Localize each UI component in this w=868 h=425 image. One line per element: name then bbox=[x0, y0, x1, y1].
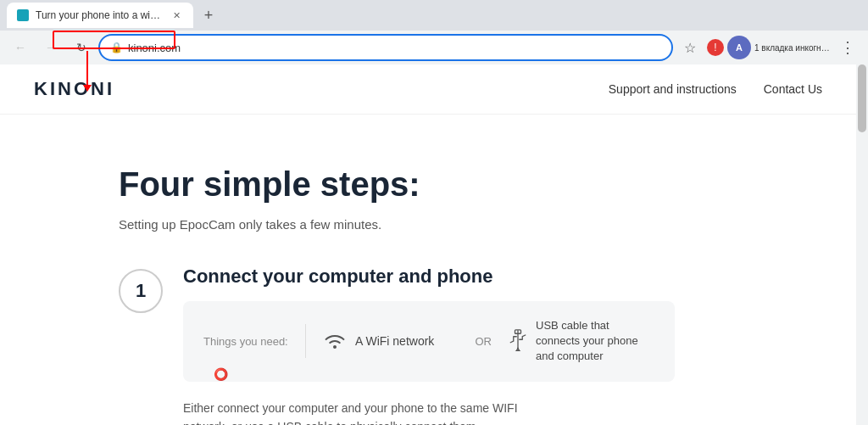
address-bar-wrapper[interactable]: 🔒 bbox=[98, 34, 673, 61]
req-label: Things you need: bbox=[203, 335, 288, 348]
req-usb-label: USB cable that connects your phone and c… bbox=[536, 318, 654, 365]
step-1-circle: 1 bbox=[119, 269, 163, 313]
toolbar-right: ☆ ! А 1 вкладка инкогнито ⋮ bbox=[676, 34, 861, 61]
browser-toolbar: ← → ↻ 🔒 ☆ ! А 1 вкладка инкогнито ⋮ bbox=[0, 31, 868, 64]
tab-title: Turn your phone into a wireless... bbox=[36, 9, 163, 21]
scrollbar-thumb[interactable] bbox=[858, 64, 866, 132]
scrollbar[interactable] bbox=[856, 64, 868, 425]
reload-button[interactable]: ↻ bbox=[68, 34, 95, 61]
step-1-title: Connect your computer and phone bbox=[183, 266, 822, 288]
req-wifi-label: A WiFi network bbox=[355, 334, 434, 348]
step-1-container: 1 Connect your computer and phone Things… bbox=[119, 266, 822, 425]
menu-button[interactable]: ⋮ bbox=[834, 34, 861, 61]
wifi-icon bbox=[323, 333, 347, 350]
tab-bar: Turn your phone into a wireless... ✕ + bbox=[0, 0, 868, 31]
profile-section[interactable]: А 1 вкладка инкогнито bbox=[727, 36, 831, 59]
main-content: Four simple steps: Setting up EpocCam on… bbox=[0, 115, 856, 425]
site-logo: KINONI bbox=[34, 78, 114, 100]
site-nav: KINONI Support and instructions Contact … bbox=[0, 64, 856, 115]
extension-icon[interactable]: ! bbox=[707, 39, 724, 56]
step-description: Either connect your computer and your ph… bbox=[183, 399, 556, 425]
browser-chrome: Turn your phone into a wireless... ✕ + ←… bbox=[0, 0, 868, 64]
req-divider bbox=[305, 324, 306, 358]
avatar: А bbox=[727, 36, 751, 59]
nav-link-support[interactable]: Support and instructions bbox=[609, 82, 737, 96]
hero-subtitle: Setting up EpocCam only takes a few minu… bbox=[119, 217, 822, 232]
forward-button[interactable]: → bbox=[37, 34, 64, 61]
page-wrapper: Turn your phone into a wireless... ✕ + ←… bbox=[0, 0, 868, 425]
req-or-label: OR bbox=[476, 335, 492, 348]
nav-links: Support and instructions Contact Us bbox=[609, 82, 822, 96]
usb-icon bbox=[509, 329, 527, 353]
step-1-content: Connect your computer and phone Things y… bbox=[183, 266, 822, 425]
requirements-box: Things you need: A WiFi network OR bbox=[183, 301, 675, 382]
hero-title: Four simple steps: bbox=[119, 165, 822, 204]
req-usb-section: USB cable that connects your phone and c… bbox=[509, 318, 654, 365]
website-content: KINONI Support and instructions Contact … bbox=[0, 64, 856, 425]
new-tab-button[interactable]: + bbox=[197, 3, 220, 27]
tab-favicon bbox=[17, 9, 29, 21]
nav-link-contact[interactable]: Contact Us bbox=[764, 82, 822, 96]
address-bar[interactable] bbox=[128, 42, 661, 54]
back-button[interactable]: ← bbox=[7, 34, 34, 61]
bookmark-icon[interactable]: ☆ bbox=[676, 34, 704, 61]
tab-close-button[interactable]: ✕ bbox=[170, 8, 183, 22]
lock-icon: 🔒 bbox=[110, 42, 123, 53]
browser-tab[interactable]: Turn your phone into a wireless... ✕ bbox=[7, 3, 193, 28]
profile-label: 1 вкладка инкогнито bbox=[754, 43, 831, 53]
req-wifi-option: A WiFi network bbox=[323, 333, 459, 350]
